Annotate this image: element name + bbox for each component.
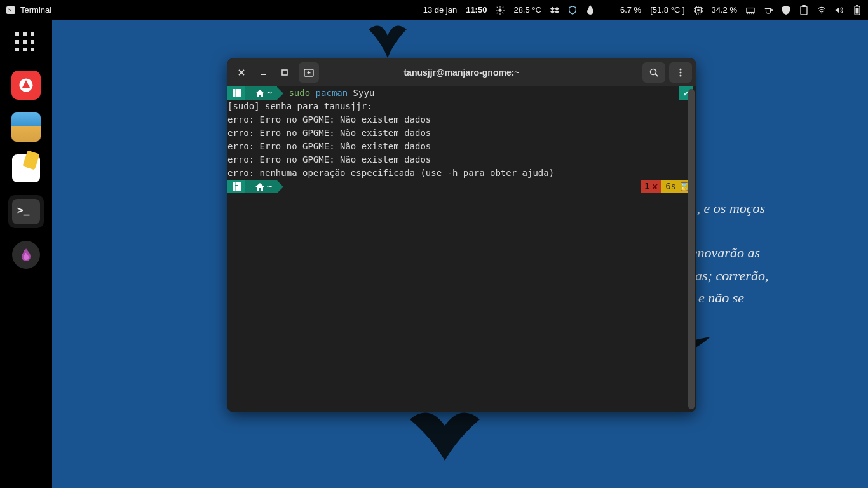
terminal-body[interactable]: ~ sudo pacman Syyu ✔ [sudo] senha para t… xyxy=(227,86,696,412)
svg-rect-48 xyxy=(235,89,238,92)
cmd-pacman: pacman xyxy=(316,88,348,98)
svg-rect-50 xyxy=(238,89,241,97)
privacy-shield-icon[interactable] xyxy=(782,6,790,15)
svg-rect-35 xyxy=(856,8,859,14)
topbar-cpu-pct[interactable]: 6.7 % xyxy=(620,5,641,15)
minimize-button[interactable] xyxy=(253,62,273,83)
verse-line: r renovarão as xyxy=(677,241,868,264)
terminal-launcher[interactable] xyxy=(8,195,44,228)
clipboard-icon[interactable] xyxy=(799,6,808,15)
manjaro-logo-segment xyxy=(227,180,245,193)
caffeine-icon[interactable] xyxy=(764,6,773,15)
svg-text:>_: >_ xyxy=(8,7,15,13)
svg-point-45 xyxy=(679,71,681,73)
svg-rect-54 xyxy=(238,182,241,191)
svg-point-44 xyxy=(679,68,681,70)
prompt-arrow xyxy=(277,87,283,100)
topbar-cpu-temp[interactable]: [51.8 °C ] xyxy=(650,5,684,15)
x-icon: ✘ xyxy=(653,180,658,193)
topbar-time[interactable]: 11:50 xyxy=(466,5,487,15)
verse-line: rão, e os moços xyxy=(677,197,868,219)
svg-rect-51 xyxy=(233,182,235,191)
prompt-dir-text: ~ xyxy=(267,86,272,100)
menu-button[interactable] xyxy=(669,62,692,83)
weather-icon xyxy=(496,6,505,15)
window-title: tanusjjr@manjaro-gnome:~ xyxy=(227,67,696,78)
terminal-indicator-icon: >_ xyxy=(6,6,15,15)
wallpaper-bird-mid xyxy=(407,407,483,466)
close-button[interactable] xyxy=(231,62,252,83)
new-tab-button[interactable] xyxy=(299,62,319,83)
topbar-mem-pct[interactable]: 34.2 % xyxy=(712,5,737,15)
flame-tray-icon[interactable] xyxy=(586,6,595,15)
svg-point-2 xyxy=(499,8,502,11)
search-button[interactable] xyxy=(642,62,665,83)
command-text: sudo pacman Syyu xyxy=(283,86,374,100)
prompt-dir-segment: ~ xyxy=(245,180,277,193)
prompt-arrow xyxy=(277,180,283,193)
status-error-segment: 1 ✘ xyxy=(641,180,661,193)
terminal-window: tanusjjr@manjaro-gnome:~ ~ xyxy=(227,58,696,412)
svg-rect-38 xyxy=(282,70,287,75)
verse-line: ão, e não se xyxy=(677,287,868,309)
wallpaper-bird-top xyxy=(362,23,413,64)
dropbox-icon[interactable] xyxy=(550,6,559,15)
flameshot-launcher[interactable] xyxy=(12,241,40,269)
status-time-value: 6s xyxy=(665,180,676,193)
svg-rect-31 xyxy=(802,5,806,7)
svg-line-43 xyxy=(656,74,658,77)
svg-rect-53 xyxy=(235,186,238,191)
error-line: erro: Erro no GPGME: Não existem dados xyxy=(227,126,693,140)
verse-line: guias; correrão, xyxy=(677,264,868,287)
svg-line-9 xyxy=(503,6,504,8)
topbar-date[interactable]: 13 de jan xyxy=(423,5,458,15)
prompt-dir-segment: ~ xyxy=(245,86,277,100)
sudo-prompt-line: [sudo] senha para tanusjjr: xyxy=(227,100,693,113)
status-error-code: 1 xyxy=(644,180,649,193)
prompt-dir-text: ~ xyxy=(267,180,272,193)
svg-rect-52 xyxy=(235,182,238,185)
files-launcher[interactable] xyxy=(11,112,41,142)
wallpaper-verse: rão, e os moços ; r renovarão as guias; … xyxy=(677,197,868,309)
vivaldi-launcher[interactable] xyxy=(11,71,41,100)
svg-line-10 xyxy=(497,12,498,13)
topbar: >_ Terminal 13 de jan 11:50 28,5 °C 6.7 … xyxy=(0,0,868,20)
svg-point-32 xyxy=(821,12,822,13)
shield-icon[interactable] xyxy=(568,6,577,15)
svg-point-46 xyxy=(679,74,681,76)
volume-icon[interactable] xyxy=(835,6,844,15)
svg-line-8 xyxy=(503,12,504,13)
svg-rect-47 xyxy=(233,89,235,97)
notes-launcher[interactable] xyxy=(12,154,40,182)
cmd-sudo: sudo xyxy=(288,88,310,98)
error-line: erro: Erro no GPGME: Não existem dados xyxy=(227,113,693,126)
titlebar[interactable]: tanusjjr@manjaro-gnome:~ xyxy=(227,58,696,86)
dash xyxy=(0,20,52,488)
battery-icon[interactable] xyxy=(853,6,862,15)
cmd-args: Syyu xyxy=(353,88,375,98)
svg-rect-34 xyxy=(856,5,858,6)
manjaro-logo-segment xyxy=(227,86,245,100)
svg-rect-30 xyxy=(801,6,807,15)
maximize-button[interactable] xyxy=(275,62,295,83)
memory-icon xyxy=(746,6,755,15)
verse-line: ; xyxy=(677,219,868,241)
error-line: erro: Erro no GPGME: Não existem dados xyxy=(227,153,693,166)
error-line: erro: Erro no GPGME: Não existem dados xyxy=(227,140,693,153)
apps-grid-button[interactable] xyxy=(11,29,41,58)
scrollbar[interactable] xyxy=(688,89,695,409)
svg-line-7 xyxy=(497,6,498,8)
svg-rect-12 xyxy=(697,9,700,11)
topbar-app-label[interactable]: Terminal xyxy=(20,5,51,15)
topbar-weather-temp[interactable]: 28,5 °C xyxy=(513,5,541,15)
svg-rect-25 xyxy=(747,8,754,12)
prompt-line-2: ~ 1 ✘ 6s ⌛ xyxy=(227,180,693,193)
prompt-line-1: ~ sudo pacman Syyu ✔ xyxy=(227,86,693,100)
cpu-chip-icon xyxy=(694,6,703,15)
svg-point-42 xyxy=(651,69,656,75)
svg-rect-49 xyxy=(235,92,238,97)
wifi-icon[interactable] xyxy=(817,6,826,15)
error-line: erro: nenhuma operação especificada (use… xyxy=(227,166,693,180)
